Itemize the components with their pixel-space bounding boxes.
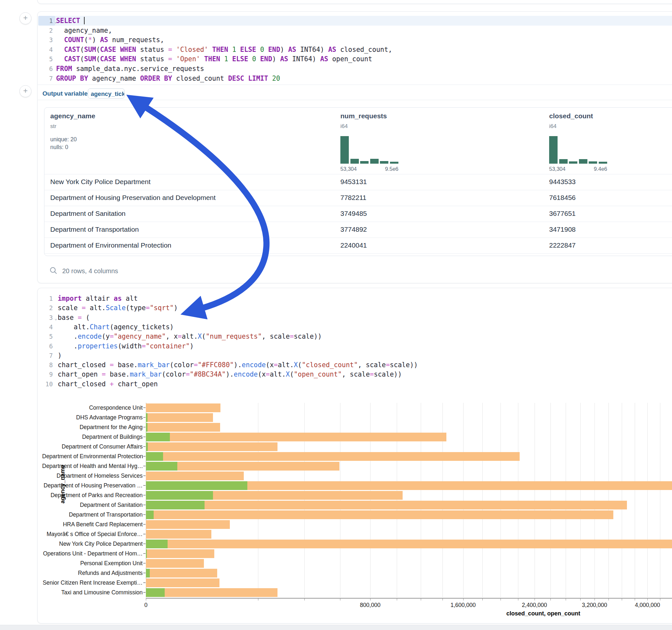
- x-axis-tick: [146, 599, 146, 601]
- y-axis-label: Operations Unit - Department of Hom…: [42, 550, 143, 557]
- code-token: ): [190, 342, 194, 350]
- code-token: closed_count: [172, 75, 228, 82]
- code-text: COUNT(*) AS num_requests,: [56, 35, 164, 45]
- sql-editor[interactable]: 1⌄SELECT 2 agency_name,3 COUNT(*) AS num…: [38, 12, 672, 84]
- collapse-chevron-icon[interactable]: ⌄: [54, 313, 57, 323]
- code-token: [208, 46, 212, 53]
- code-token: alt.: [270, 370, 286, 378]
- y-axis-tick: [143, 427, 146, 428]
- code-token: [228, 46, 232, 53]
- table-cell: Department of Sanitation: [50, 210, 125, 217]
- code-token: (color: [162, 370, 186, 378]
- code-token: ): [280, 46, 288, 53]
- code-token: AS: [280, 55, 288, 63]
- code-token: [116, 55, 120, 63]
- code-token: [172, 55, 176, 63]
- code-text: chart_open = base.mark_bar(color="#8BC34…: [58, 369, 402, 379]
- code-token: (: [80, 55, 84, 63]
- y-axis-tick: [143, 466, 146, 466]
- code-token: ).: [234, 361, 242, 369]
- code-token: DESC: [228, 75, 244, 82]
- gridline: [534, 403, 535, 597]
- line-number: 8: [38, 360, 53, 370]
- divider-line: [38, 84, 672, 85]
- code-token: SELECT: [56, 17, 80, 25]
- code-line: 5 CAST(SUM(CASE WHEN status = 'Open' THE…: [38, 54, 672, 64]
- code-token: =: [178, 333, 182, 340]
- code-token: (: [82, 314, 90, 321]
- code-text: ): [58, 350, 62, 360]
- add-cell-button-output[interactable]: +: [20, 85, 31, 97]
- y-axis-tick: [143, 505, 146, 505]
- gridline: [595, 403, 595, 597]
- histogram-bar: [569, 162, 577, 164]
- bar-open-count: [146, 510, 154, 519]
- code-text: chart_closed + chart_open: [58, 379, 158, 389]
- histogram-bar: [599, 162, 607, 164]
- y-axis-tick: [143, 534, 146, 534]
- row-divider: [44, 190, 672, 190]
- gridline: [622, 403, 622, 597]
- code-text: base = (: [58, 313, 90, 322]
- bar-open-count: [146, 462, 177, 470]
- y-axis-label: Department of Sanitation: [42, 502, 143, 508]
- histogram-bar: [340, 136, 349, 164]
- output-variable-pill[interactable]: agency_tickets: [88, 89, 124, 98]
- code-token: "container": [146, 342, 190, 350]
- code-token: open_count: [328, 55, 372, 63]
- y-axis-tick: [143, 573, 146, 573]
- code-token: *: [88, 36, 92, 44]
- search-icon[interactable]: [49, 266, 58, 275]
- code-token: encode: [242, 361, 266, 369]
- code-token: (: [96, 55, 100, 63]
- x-axis-tick: [370, 599, 370, 601]
- code-token: ): [92, 36, 100, 44]
- code-text: GROUP BY agency_name ORDER BY closed_cou…: [56, 74, 280, 83]
- bar-open-count: [146, 588, 165, 597]
- bar-open-count: [146, 491, 213, 500]
- code-line: 10chart_closed + chart_open: [38, 379, 672, 389]
- code-token: (: [84, 36, 88, 44]
- code-token: sample_data.nyc.service_requests: [72, 65, 204, 73]
- bar-open-count: [146, 452, 163, 461]
- y-axis-tick: [143, 543, 146, 544]
- row-divider: [44, 174, 672, 174]
- table-cell: 3677651: [549, 210, 576, 217]
- code-token: 20: [272, 75, 281, 82]
- code-token: CAST: [64, 55, 80, 63]
- table-cell: 3749485: [340, 210, 367, 217]
- line-number: 5: [38, 332, 53, 341]
- y-axis-domain-line: [146, 403, 146, 597]
- code-text: FROM sample_data.nyc.service_requests: [56, 64, 204, 74]
- line-number: 5: [38, 54, 53, 64]
- sql-cell: 1⌄SELECT 2 agency_name,3 COUNT(*) AS num…: [37, 11, 672, 283]
- histogram-bar: [351, 159, 359, 164]
- code-token: properties: [78, 342, 118, 350]
- code-line: 8chart_closed = base.mark_bar(color="#FF…: [38, 360, 672, 370]
- add-cell-button-top[interactable]: +: [20, 12, 31, 24]
- y-axis-label: Department of Transportation: [42, 511, 143, 518]
- code-token: [80, 17, 84, 25]
- gridline: [304, 403, 305, 597]
- code-token: [244, 75, 248, 82]
- y-axis-tick: [143, 495, 146, 495]
- y-axis-label: Refunds and Adjustments: [42, 570, 143, 577]
- code-token: .: [58, 342, 78, 350]
- bar-closed-count: [146, 404, 220, 412]
- column-type: i64: [549, 123, 557, 130]
- code-token: scale)): [390, 361, 418, 369]
- line-number: 1: [38, 16, 53, 26]
- code-token: SUM: [84, 55, 96, 63]
- code-token: alt.: [278, 361, 294, 369]
- code-token: mark_bar: [130, 370, 162, 378]
- python-editor[interactable]: 1import altair as alt2scale = alt.Scale(…: [38, 288, 672, 392]
- code-line: 7GROUP BY agency_name ORDER BY closed_co…: [38, 74, 672, 83]
- code-token: (agency_tickets): [110, 323, 173, 331]
- table-cell: 3471908: [549, 225, 576, 233]
- code-token: 0: [260, 46, 264, 53]
- x-axis-tick: [482, 599, 483, 601]
- code-token: =: [110, 333, 114, 340]
- x-axis-tick: [580, 599, 581, 601]
- bar-open-count: [146, 539, 168, 548]
- column-header-num_requests: num_requests: [340, 112, 387, 120]
